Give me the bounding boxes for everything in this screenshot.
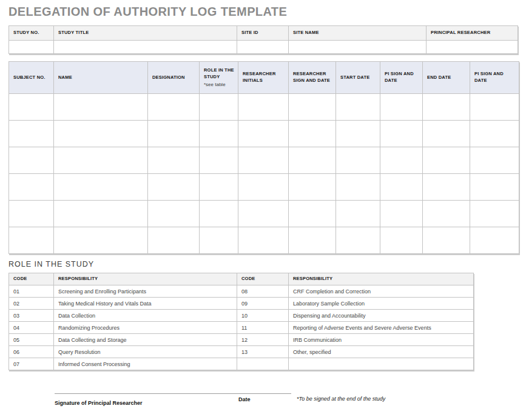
role-code [237, 358, 289, 370]
delegation-entry-cell[interactable] [9, 201, 54, 227]
delegation-entry-cell[interactable] [423, 174, 470, 201]
delegation-entry-cell[interactable] [289, 94, 336, 121]
delegation-entry-cell[interactable] [289, 174, 336, 201]
delegation-entry-cell[interactable] [54, 147, 148, 174]
pi-sign-date-header: PI SIGN AND DATE [380, 62, 423, 94]
role-codes-table: CODE RESPONSIBILITY CODE RESPONSIBILITY … [8, 273, 474, 370]
delegation-entry-cell[interactable] [200, 94, 238, 121]
study-title-cell[interactable] [54, 41, 237, 54]
role-responsibility: Reporting of Adverse Events and Severe A… [289, 322, 474, 334]
delegation-entry-cell[interactable] [148, 174, 200, 201]
delegation-entry-cell[interactable] [200, 121, 238, 147]
delegation-entry-cell[interactable] [470, 121, 519, 147]
delegation-entry-cell[interactable] [336, 201, 380, 227]
delegation-entry-cell[interactable] [54, 121, 148, 147]
role-responsibility: Laboratory Sample Collection [289, 298, 474, 310]
role-row: 03 Data Collection 10 Dispensing and Acc… [9, 310, 474, 322]
delegation-entry-cell[interactable] [54, 201, 148, 227]
role-row: 06 Query Resolution 13 Other, specified [9, 346, 474, 358]
delegation-entry-cell[interactable] [470, 201, 519, 227]
site-id-cell[interactable] [237, 41, 289, 54]
delegation-entry-cell[interactable] [423, 201, 470, 227]
delegation-entry-cell[interactable] [380, 201, 423, 227]
role-responsibility: CRF Completion and Correction [289, 285, 474, 298]
delegation-entry-cell[interactable] [289, 147, 336, 174]
name-header: NAME [54, 62, 148, 94]
delegation-entry-cell[interactable] [200, 227, 238, 254]
delegation-entry-cell[interactable] [200, 174, 238, 201]
delegation-entry-cell[interactable] [289, 201, 336, 227]
delegation-entry-cell[interactable] [54, 174, 148, 201]
delegation-entry-cell[interactable] [9, 227, 54, 254]
delegation-entry-cell[interactable] [9, 121, 54, 147]
role-responsibility: Randomizing Procedures [54, 322, 237, 334]
delegation-entry-cell[interactable] [336, 121, 380, 147]
delegation-entry-cell[interactable] [148, 227, 200, 254]
site-name-cell[interactable] [289, 41, 427, 54]
site-id-header: SITE ID [237, 26, 289, 41]
delegation-entry-row [9, 121, 519, 147]
delegation-entry-cell[interactable] [54, 94, 148, 121]
role-responsibility: Informed Consent Processing [54, 358, 237, 370]
principal-researcher-cell[interactable] [427, 41, 518, 54]
delegation-entry-cell[interactable] [238, 121, 289, 147]
role-responsibility: Data Collection [54, 310, 237, 322]
see-table-note: *see table [204, 81, 235, 88]
delegation-entry-cell[interactable] [423, 147, 470, 174]
code-header-left: CODE [9, 273, 54, 285]
delegation-entry-cell[interactable] [380, 174, 423, 201]
delegation-entry-cell[interactable] [336, 227, 380, 254]
delegation-entry-cell[interactable] [289, 121, 336, 147]
delegation-entry-cell[interactable] [380, 121, 423, 147]
delegation-entry-cell[interactable] [238, 174, 289, 201]
role-code: 01 [9, 285, 54, 298]
end-date-header: END DATE [423, 62, 470, 94]
delegation-entry-cell[interactable] [470, 227, 519, 254]
role-codes-header-row: CODE RESPONSIBILITY CODE RESPONSIBILITY [9, 273, 474, 285]
study-no-header: STUDY NO. [9, 26, 54, 41]
delegation-entry-cell[interactable] [148, 201, 200, 227]
site-name-header: SITE NAME [289, 26, 427, 41]
study-no-cell[interactable] [9, 41, 54, 54]
delegation-entry-cell[interactable] [9, 94, 54, 121]
signature-line-block[interactable]: Signature of Principal Researcher Date [55, 393, 291, 407]
delegation-entry-cell[interactable] [148, 121, 200, 147]
delegation-entry-cell[interactable] [289, 227, 336, 254]
delegation-entry-cell[interactable] [200, 201, 238, 227]
delegation-entry-cell[interactable] [9, 174, 54, 201]
delegation-entry-cell[interactable] [238, 227, 289, 254]
delegation-entry-cell[interactable] [423, 227, 470, 254]
role-responsibility: Other, specified [289, 346, 474, 358]
delegation-entry-cell[interactable] [423, 94, 470, 121]
delegation-entry-cell[interactable] [380, 227, 423, 254]
role-code: 09 [237, 298, 289, 310]
delegation-entry-cell[interactable] [200, 147, 238, 174]
delegation-entry-cell[interactable] [148, 147, 200, 174]
delegation-entry-cell[interactable] [380, 94, 423, 121]
delegation-entry-cell[interactable] [336, 147, 380, 174]
delegation-log-table: SUBJECT NO. NAME DESIGNATION ROLE IN THE… [8, 61, 519, 254]
researcher-initials-header: RESEARCHER INITIALS [238, 62, 289, 94]
delegation-entry-cell[interactable] [423, 121, 470, 147]
role-in-study-header-label: ROLE IN THE STUDY [204, 67, 234, 79]
delegation-entry-cell[interactable] [148, 94, 200, 121]
delegation-entry-cell[interactable] [9, 147, 54, 174]
delegation-entry-cell[interactable] [238, 147, 289, 174]
role-row: 01 Screening and Enrolling Participants … [9, 285, 474, 298]
delegation-entry-cell[interactable] [470, 174, 519, 201]
delegation-entry-cell[interactable] [380, 147, 423, 174]
delegation-entry-cell[interactable] [54, 227, 148, 254]
delegation-entry-cell[interactable] [238, 94, 289, 121]
role-code: 04 [9, 322, 54, 334]
study-info-table: STUDY NO. STUDY TITLE SITE ID SITE NAME … [8, 25, 518, 54]
delegation-entry-cell[interactable] [336, 174, 380, 201]
delegation-entry-row [9, 147, 519, 174]
delegation-entry-cell[interactable] [470, 147, 519, 174]
code-header-right: CODE [237, 273, 289, 285]
role-in-study-header: ROLE IN THE STUDY *see table [200, 62, 238, 94]
delegation-entry-cell[interactable] [470, 94, 519, 121]
study-info-entry-row [9, 41, 518, 54]
delegation-entry-cell[interactable] [238, 201, 289, 227]
delegation-entry-cell[interactable] [336, 94, 380, 121]
role-code: 11 [237, 322, 289, 334]
